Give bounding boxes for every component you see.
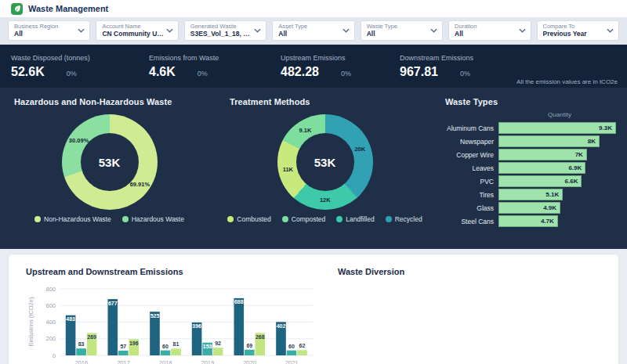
filter-value: All [278,30,341,38]
filter-business-region[interactable]: Business RegionAll [8,20,90,41]
hazardous-waste-panel: Hazardous and Non-Hazardous Waste 69.91%… [0,88,216,249]
svg-text:402: 402 [277,323,286,329]
filter-label: Business Region [14,23,77,30]
filter-bar: Business RegionAllAccount NameCN Communi… [0,17,627,45]
svg-text:600: 600 [45,302,56,309]
waste-type-label: Glass [445,204,498,212]
waste-diversion-chart[interactable] [338,281,614,364]
bar-value: 6.6K [565,178,582,185]
slice-label-combusted: 11K [283,166,293,173]
hazardous-waste-legend: Non-Hazardous WasteHazardous Waste [14,215,205,223]
bar: 6.6K [498,175,582,187]
bar: 5.1K [498,189,563,200]
filter-generated-waste[interactable]: Generated WasteS3ES_Vol_1_18, S3ES_... [184,20,266,41]
kpi-value: 52.6K [11,65,45,79]
hazardous-and-non-hazardous-waste-donut[interactable]: 69.91%30.09%53K [62,114,158,210]
kpi-value: 967.81 [400,65,438,79]
svg-text:400: 400 [45,319,56,326]
waste-type-row-pvc[interactable]: PVC6.6K [445,175,616,188]
legend-dot [122,216,129,222]
filter-value: CN Community User, ... [102,30,165,38]
svg-text:483: 483 [66,316,75,322]
filter-label: Duration [455,23,517,30]
waste-type-row-copper-wire[interactable]: Copper Wire7K [445,148,616,161]
chevron-down-icon [430,28,437,33]
svg-text:2018: 2018 [159,359,172,364]
hazardous-waste-donut-wrap: 69.91%30.09%53K [14,114,205,210]
svg-text:57: 57 [120,344,126,349]
waste-type-row-steel-cans[interactable]: Steel Cans4.7K [445,214,616,228]
waste-type-row-aluminum-cans[interactable]: Aluminum Cans9.3K [445,121,616,135]
bar-value: 4.9K [543,204,560,211]
kpi-strip: Waste Disposed (tonnes)52.6K0%Emissions … [0,45,627,88]
bar-value: 5.1K [545,191,562,198]
svg-text:525: 525 [150,313,160,319]
svg-text:269: 269 [87,334,96,340]
kpi-value: 4.6K [149,65,176,79]
donut-center: 53K [81,133,139,191]
bar-track: 4.9K [498,202,616,214]
bar-value: 6.9K [568,164,585,171]
legend-item-non-hazardous-waste[interactable]: Non-Hazardous Waste [34,215,111,223]
filter-waste-type[interactable]: Waste TypeAll [361,20,443,41]
svg-text:Emissions (tCO2e): Emissions (tCO2e) [27,297,34,346]
treatment-methods-panel: Treatment Methods 20K12K11K9.1K53K Combu… [216,88,431,249]
kpi-label: Downstream Emissions [400,54,473,62]
waste-type-row-glass[interactable]: Glass4.9K [445,201,616,214]
slice-label-recycled: 20K [354,145,365,152]
chevron-down-icon [607,28,614,33]
legend-item-combusted[interactable]: Combusted [227,215,270,223]
waste-type-label: Aluminum Cans [445,124,498,132]
legend-item-hazardous-waste[interactable]: Hazardous Waste [122,215,184,223]
emissions-chart-block: Upstream and Downstream Emissions 020040… [26,267,317,364]
kpi-label: Waste Disposed (tonnes) [11,54,141,62]
svg-text:83: 83 [78,341,85,347]
waste-type-row-tires[interactable]: Tires5.1K [445,188,616,201]
bar-value: 9.3K [599,124,615,132]
donut-total-value: 53K [314,156,336,169]
slice-label-non-hazardous-waste: 69.91% [130,181,150,188]
bar: 6.9K [498,162,585,174]
bar: 4.9K [498,202,560,214]
legend-item-composted[interactable]: Composted [282,215,325,223]
filter-account-name[interactable]: Account NameCN Community User, ... [96,20,178,41]
treatment-methods-legend: CombustedCompostedLandfilledRecycled [230,215,420,223]
legend-label: Composted [292,215,325,223]
slice-label-landfilled: 12K [320,196,331,203]
waste-type-label: Leaves [445,164,498,172]
legend-label: Landfilled [346,215,374,223]
legend-label: Non-Hazardous Waste [44,215,111,223]
bar-track: 6.6K [498,175,616,187]
legend-item-recycled[interactable]: Recycled [386,215,422,223]
waste-type-row-leaves[interactable]: Leaves6.9K [445,161,616,175]
treatment-methods-donut[interactable]: 20K12K11K9.1K53K [277,114,373,210]
svg-text:69: 69 [246,343,252,348]
leaf-icon [11,3,23,15]
waste-type-label: Steel Cans [445,218,498,225]
bottom-panel: Upstream and Downstream Emissions 020040… [8,254,619,364]
bar-track: 8K [498,135,616,147]
filter-value: S3ES_Vol_1_18, S3ES_... [190,30,253,38]
slice-label-composted: 9.1K [299,127,312,134]
filter-compare-to[interactable]: Compare ToPrevious Year [537,20,619,41]
filter-duration[interactable]: DurationAll [448,20,531,41]
svg-text:196: 196 [129,341,139,346]
legend-item-landfilled[interactable]: Landfilled [336,215,374,223]
waste-type-row-newspaper[interactable]: Newspaper8K [445,135,616,148]
filter-value: Previous Year [543,30,606,38]
chevron-down-icon [254,28,261,33]
waste-types-panel: Waste Types Quantity Aluminum Cans9.3KNe… [431,88,627,249]
chevron-down-icon [519,28,526,33]
waste-types-bar-chart[interactable]: Aluminum Cans9.3KNewspaper8KCopper Wire7… [445,121,616,228]
app-header: Waste Management [0,0,627,17]
bar-track: 9.3K [498,122,616,134]
legend-label: Combusted [237,215,270,223]
kpi-waste-disposed-tonnes: Waste Disposed (tonnes)52.6K0% [11,54,149,79]
svg-text:92: 92 [215,341,221,346]
chart-title-treatment-methods: Treatment Methods [230,97,420,106]
filter-asset-type[interactable]: Asset TypeAll [272,20,354,41]
kpi-change: 0% [460,70,470,77]
bar-value: 7K [575,151,586,158]
kpi-value: 482.28 [281,65,319,79]
emissions-bar-chart[interactable]: 0200400600800Emissions (tCO2e)2016483832… [26,281,317,364]
